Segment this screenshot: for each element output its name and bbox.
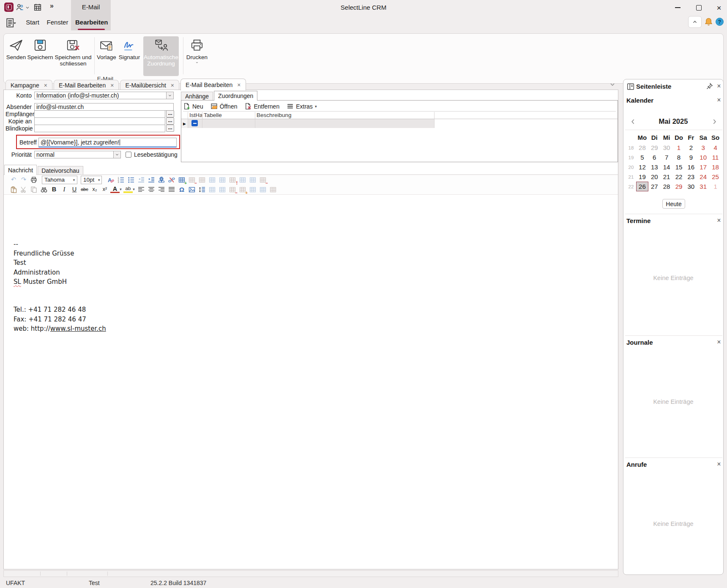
calendar-day[interactable]: 2 [685, 143, 697, 152]
zuordnung-minus-badge-icon[interactable] [191, 120, 198, 126]
collapse-ribbon-button[interactable] [688, 16, 702, 28]
konto-select[interactable]: Information (info@sl-muster.ch) [34, 92, 174, 99]
calendar-day-selected[interactable]: 26 [636, 182, 648, 191]
oeffnen-button[interactable]: Öffnen [210, 103, 238, 110]
contacts-icon[interactable] [16, 3, 24, 11]
delete-table-cells-icon[interactable]: − [258, 175, 268, 185]
heute-button[interactable]: Heute [662, 199, 685, 209]
font-size-dropdown-icon[interactable]: ▾ [96, 178, 101, 182]
font-size-select[interactable]: 10pt ▾ [81, 176, 102, 184]
vorlage-button[interactable]: Vorlage [96, 36, 117, 76]
clear-formatting-icon[interactable] [106, 175, 115, 185]
signatur-button[interactable]: Signatur [118, 36, 141, 76]
calendar-day[interactable]: 8 [673, 152, 685, 162]
contacts-dropdown-icon[interactable] [25, 5, 30, 10]
insert-column-icon[interactable] [238, 175, 247, 185]
speichern-und-schliessen-button[interactable]: Speichern und schliessen [54, 36, 93, 76]
delete-cells-icon[interactable]: − [228, 185, 237, 194]
calendar-day[interactable]: 19 [636, 172, 648, 182]
calendar-day[interactable]: 30 [661, 143, 673, 152]
column-header-beschreibung[interactable]: Beschreibung [255, 112, 435, 119]
calendar-day[interactable]: 11 [709, 152, 722, 162]
delete-table-icon[interactable]: − [187, 175, 197, 185]
numbered-list-icon[interactable] [116, 175, 126, 185]
delete-row-icon[interactable]: ! [228, 175, 237, 185]
superscript-icon[interactable]: x² [100, 185, 109, 194]
tab-email-bearbeiten-1[interactable]: E-Mail Bearbeiten × [54, 80, 119, 90]
konto-dropdown-icon[interactable] [166, 92, 173, 99]
calendar-day[interactable]: 31 [697, 182, 709, 191]
close-sidebar-icon[interactable]: × [716, 83, 722, 90]
special-character-icon[interactable]: Ω [177, 185, 186, 194]
calendar-day[interactable]: 28 [636, 143, 648, 152]
calendar-day[interactable]: 1 [709, 182, 722, 191]
close-tab-icon[interactable]: × [237, 82, 241, 88]
speichern-button[interactable]: Speichern [27, 36, 53, 76]
calendar-day[interactable]: 7 [661, 152, 673, 162]
close-termine-icon[interactable]: × [716, 217, 722, 224]
blindkopie-more-button[interactable]: ... [166, 125, 174, 132]
calendar-day[interactable]: 17 [697, 162, 709, 172]
calendar-day[interactable]: 25 [709, 172, 722, 182]
drucken-button[interactable]: Drucken [185, 36, 209, 76]
calendar-day[interactable]: 20 [648, 172, 661, 182]
cell-borders-icon[interactable] [268, 185, 278, 194]
lesebestaetigung-checkbox[interactable] [126, 152, 131, 158]
insert-cells-right-icon[interactable] [218, 185, 227, 194]
insert-cells-left-icon[interactable] [208, 185, 217, 194]
strikethrough-icon[interactable]: abc [80, 185, 89, 194]
insert-table-icon[interactable]: + [177, 175, 186, 185]
pin-icon[interactable] [706, 83, 713, 90]
drucken-dropdown-icon[interactable] [194, 61, 200, 64]
minimize-button[interactable] [671, 3, 684, 13]
menu-bearbeiten[interactable]: Bearbeiten [75, 16, 107, 29]
split-cells-icon[interactable] [258, 185, 268, 194]
empfaenger-field[interactable] [34, 110, 165, 118]
calendar-day[interactable]: 28 [661, 182, 673, 191]
line-spacing-icon[interactable] [197, 185, 207, 194]
kopie-an-field[interactable] [34, 117, 165, 125]
close-window-button[interactable]: × [713, 3, 725, 13]
highlight-dropdown-icon[interactable]: ▾ [132, 185, 136, 194]
calendar-day[interactable]: 22 [673, 172, 685, 182]
close-tab-icon[interactable]: × [110, 82, 114, 88]
calendar-quick-icon[interactable] [34, 3, 41, 11]
tab-nachricht[interactable]: Nachricht [4, 165, 37, 175]
calendar-day[interactable]: 13 [648, 162, 661, 172]
calendar-day[interactable]: 14 [661, 162, 673, 172]
calendar-day[interactable]: 16 [685, 162, 697, 172]
remove-hyperlink-icon[interactable] [167, 175, 176, 185]
calendar-day[interactable]: 24 [697, 172, 709, 182]
betreff-field[interactable]: @[{Vorname}], jetzt zugreifen! [38, 138, 177, 147]
tab-email-uebersicht[interactable]: E-Mailübersicht × [120, 80, 179, 90]
column-header-isthau[interactable]: IstHau [188, 112, 202, 119]
cut-icon[interactable] [19, 185, 28, 194]
justify-icon[interactable] [167, 185, 176, 194]
extras-dropdown-icon[interactable]: ▾ [315, 104, 317, 109]
blindkopie-field[interactable] [34, 125, 165, 132]
menu-fenster[interactable]: Fenster [45, 16, 70, 29]
increase-indent-icon[interactable] [147, 175, 156, 185]
insert-image-icon[interactable] [187, 185, 197, 194]
neu-button[interactable]: Neu [183, 103, 203, 110]
insert-hyperlink-icon[interactable] [157, 175, 166, 185]
bullet-list-icon[interactable] [126, 175, 136, 185]
calendar-day[interactable]: 15 [673, 162, 685, 172]
help-icon[interactable]: ? [716, 18, 724, 26]
table-properties-icon[interactable] [197, 175, 207, 185]
calendar-day[interactable]: 12 [636, 162, 648, 172]
extras-button[interactable]: Extras ▾ [287, 103, 317, 110]
close-tab-icon[interactable]: × [44, 82, 47, 88]
next-month-icon[interactable] [711, 118, 718, 125]
calendar-day[interactable]: 1 [673, 143, 685, 152]
calendar-day[interactable]: 27 [648, 182, 661, 191]
calendar-day[interactable]: 18 [709, 162, 722, 172]
close-anrufe-icon[interactable]: × [716, 461, 722, 468]
undo-icon[interactable]: ↶ [9, 175, 18, 185]
calendar-day[interactable]: 30 [685, 182, 697, 191]
entfernen-button[interactable]: Entfernen [244, 103, 279, 110]
zuordnung-row[interactable]: ▶ [181, 119, 618, 128]
calendar-day[interactable]: 29 [673, 182, 685, 191]
font-color-icon[interactable]: A [110, 186, 120, 193]
calendar-day[interactable]: 21 [661, 172, 673, 182]
